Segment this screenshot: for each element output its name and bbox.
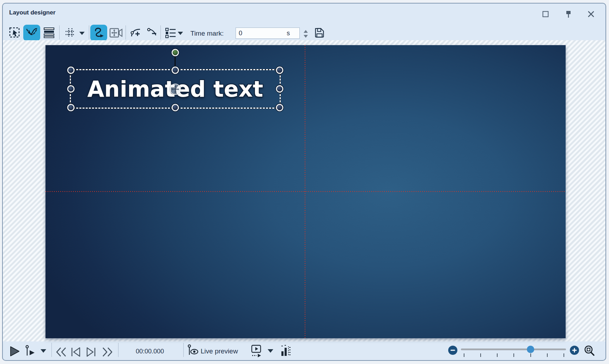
- plus-icon: [572, 348, 577, 353]
- rewind-button[interactable]: [55, 347, 67, 357]
- layers-icon: [43, 27, 55, 38]
- live-preview-toggle[interactable]: [188, 344, 199, 358]
- preview-options-dropdown-arrow[interactable]: [268, 349, 273, 353]
- time-mark-input[interactable]: [236, 28, 300, 39]
- maximize-button[interactable]: [540, 9, 551, 19]
- zoom-fit-button[interactable]: [584, 345, 596, 356]
- zoom-tick: [480, 353, 481, 357]
- close-icon: [587, 11, 595, 18]
- save-icon: [314, 27, 325, 38]
- bezier-remove-node-icon: [146, 27, 158, 39]
- resize-handle-bottom-left[interactable]: [67, 104, 75, 111]
- previous-frame-button[interactable]: [71, 347, 81, 357]
- list-options-icon: [165, 27, 176, 38]
- save-layout-button[interactable]: [312, 25, 327, 41]
- pin-icon: [565, 10, 572, 19]
- resize-handle-middle-right[interactable]: [276, 85, 284, 93]
- spinner-up-button[interactable]: [302, 29, 310, 34]
- play-from-marker-icon: [25, 345, 36, 357]
- toolbar-separator: [126, 25, 126, 40]
- camera-pan-button[interactable]: [108, 25, 124, 41]
- zoom-slider-track[interactable]: [461, 348, 566, 350]
- next-frame-icon: [86, 347, 96, 357]
- spline-icon: [93, 27, 105, 39]
- list-options-button[interactable]: [162, 25, 179, 41]
- toolbar-separator: [59, 25, 60, 40]
- levels-button[interactable]: [281, 345, 291, 357]
- bezier-add-node-icon: [130, 27, 142, 39]
- move-handle[interactable]: [170, 84, 181, 95]
- grid-dropdown-arrow[interactable]: [79, 31, 85, 35]
- next-frame-button[interactable]: [86, 347, 96, 357]
- previous-frame-icon: [71, 347, 81, 357]
- motion-path-button[interactable]: [23, 25, 40, 41]
- live-preview-label: Live preview: [201, 347, 238, 355]
- zoom-tick: [547, 353, 548, 357]
- play-button[interactable]: [10, 346, 20, 357]
- preview-window-button[interactable]: [251, 344, 262, 358]
- zoom-in-button[interactable]: [570, 346, 579, 355]
- rotation-handle[interactable]: [172, 49, 179, 56]
- designer-workspace: Animated text: [3, 40, 605, 341]
- play-options-dropdown-arrow[interactable]: [41, 349, 46, 353]
- levels-icon: [281, 345, 291, 357]
- pin-button[interactable]: [563, 9, 574, 20]
- center-guide-horizontal: [45, 191, 566, 192]
- marquee-select-icon: [9, 26, 21, 39]
- move-arrows-icon: [171, 85, 179, 93]
- rewind-icon: [55, 347, 67, 357]
- resize-handle-top-left[interactable]: [67, 67, 75, 74]
- time-mark-label: Time mark:: [190, 30, 224, 37]
- live-preview-eye-icon: [188, 344, 199, 358]
- layout-designer-window: Layout designer: [2, 3, 606, 361]
- play-from-marker-button[interactable]: [25, 345, 36, 357]
- toolbar-separator: [89, 25, 89, 40]
- zoom-fit-icon: [584, 345, 596, 356]
- chevron-down-icon: [268, 349, 273, 353]
- chevron-down-icon: [41, 349, 46, 353]
- zoom-tick: [497, 353, 498, 357]
- camera-pan-icon: [109, 27, 123, 38]
- bezier-add-node-button[interactable]: [127, 25, 144, 41]
- spline-button[interactable]: [90, 25, 107, 41]
- minus-icon: [450, 348, 455, 353]
- grid-icon: [65, 27, 76, 38]
- resize-handle-top-right[interactable]: [276, 67, 284, 74]
- resize-handle-middle-left[interactable]: [67, 85, 75, 93]
- chevron-down-icon: [304, 35, 308, 38]
- zoom-slider-thumb[interactable]: [527, 346, 534, 353]
- chevron-down-icon: [79, 32, 85, 35]
- bottom-separator: [118, 343, 118, 357]
- chevron-up-icon: [304, 30, 308, 33]
- bottom-separator: [51, 343, 52, 357]
- resize-handle-bottom-right[interactable]: [276, 104, 284, 111]
- zoom-tick: [530, 353, 531, 357]
- window-title: Layout designer: [9, 9, 55, 16]
- maximize-icon: [542, 11, 549, 18]
- preview-window-icon: [251, 344, 262, 358]
- resize-handle-top-center[interactable]: [172, 67, 179, 74]
- bottom-separator: [183, 343, 184, 357]
- time-mark-spinner: [302, 28, 310, 39]
- play-icon: [10, 346, 20, 357]
- layout-canvas[interactable]: Animated text: [45, 45, 566, 338]
- playback-time-display: 00:00.000: [125, 348, 175, 355]
- zoom-tick: [464, 353, 464, 357]
- fast-forward-button[interactable]: [101, 347, 113, 357]
- spinner-down-button[interactable]: [302, 34, 310, 38]
- toolbar-separator: [160, 25, 161, 40]
- bezier-remove-node-button[interactable]: [144, 25, 160, 41]
- motion-path-icon: [25, 26, 38, 39]
- list-dropdown-arrow[interactable]: [177, 31, 183, 35]
- close-button[interactable]: [586, 9, 596, 19]
- zoom-tick: [513, 353, 514, 357]
- zoom-out-button[interactable]: [448, 346, 457, 355]
- layers-button[interactable]: [41, 25, 57, 41]
- screen: Layout designer: [0, 0, 609, 364]
- grid-button[interactable]: [62, 25, 79, 41]
- resize-handle-bottom-center[interactable]: [172, 104, 179, 111]
- chevron-down-icon: [178, 32, 183, 35]
- marquee-select-button[interactable]: [6, 25, 23, 41]
- fast-forward-icon: [101, 347, 113, 357]
- zoom-tick: [564, 353, 564, 357]
